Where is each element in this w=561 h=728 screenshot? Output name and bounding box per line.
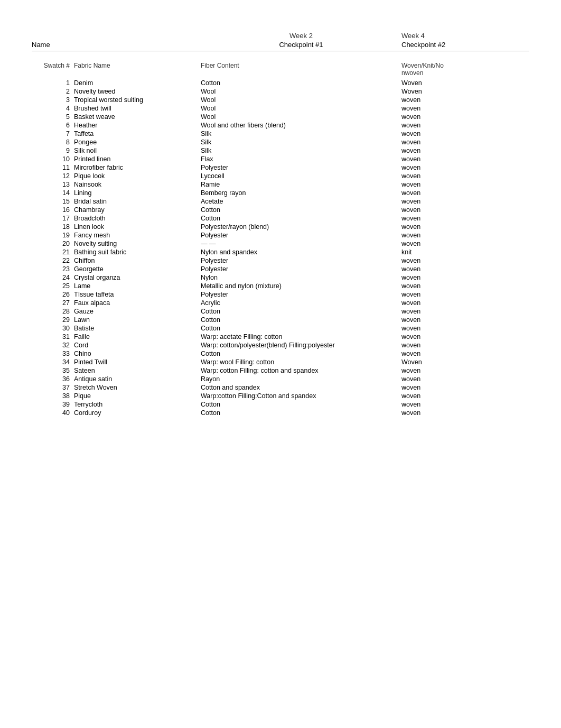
table-row: 9Silk noilSilkwoven	[32, 146, 529, 155]
woven-value: woven	[401, 409, 529, 417]
fiber-content: Silk	[201, 147, 401, 154]
woven-value: woven	[401, 291, 529, 298]
table-row: 28GauzeCottonwoven	[32, 307, 529, 316]
fiber-content: Flax	[201, 155, 401, 163]
table-row: 24Crystal organzaNylonwoven	[32, 273, 529, 282]
fiber-content: Wool	[201, 113, 401, 121]
table-row: 14LiningBemberg rayonwoven	[32, 189, 529, 197]
fiber-content: Cotton	[201, 206, 401, 214]
woven-value: woven	[401, 282, 529, 290]
fabric-name: Pique look	[74, 172, 201, 180]
swatch-number: 32	[32, 342, 74, 349]
swatch-number: 2	[32, 88, 74, 95]
table-row: 30BatisteCottonwoven	[32, 324, 529, 333]
table-row: 10Printed linenFlaxwoven	[32, 155, 529, 163]
table-row: 11Mircrofiber fabricPolyesterwoven	[32, 163, 529, 172]
fiber-content: Nylon	[201, 274, 401, 281]
table-row: 21Bathing suit fabricNylon and spandexkn…	[32, 248, 529, 256]
swatch-number: 5	[32, 113, 74, 121]
fabric-name: Chiffon	[74, 257, 201, 264]
swatch-number: 12	[32, 172, 74, 180]
table-row: 26TIssue taffetaPolyesterwoven	[32, 290, 529, 299]
swatch-number: 30	[32, 325, 74, 332]
woven-value: woven	[401, 367, 529, 374]
fabric-name: Denim	[74, 79, 201, 87]
woven-value: woven	[401, 240, 529, 247]
fiber-content: Warp: cotton Filling: cotton and spandex	[201, 367, 401, 374]
checkpoint1-header: Checkpoint #1	[201, 41, 401, 49]
fabric-name: Lawn	[74, 316, 201, 324]
table-row: 37Stretch WovenCotton and spandexwoven	[32, 383, 529, 392]
fiber-content: Ramie	[201, 181, 401, 188]
table-row: 2Novelty tweedWoolWoven	[32, 87, 529, 96]
table-row: 32CordWarp: cotton/polyester(blend) Fill…	[32, 341, 529, 349]
woven-column-label: Woven/Knit/Nonwoven	[401, 62, 529, 77]
fabric-name: Brushed twill	[74, 105, 201, 112]
fabric-name: Linen look	[74, 223, 201, 231]
column-subheader-row: Swatch # Fabric Name Fiber Content Woven…	[32, 62, 529, 77]
fiber-content: Wool and other fibers (blend)	[201, 122, 401, 129]
woven-value: woven	[401, 384, 529, 391]
woven-value: woven	[401, 181, 529, 188]
table-row: 7TaffetaSilkwoven	[32, 130, 529, 138]
swatch-number: 25	[32, 282, 74, 290]
table-row: 31FailleWarp: acetate Filling: cottonwov…	[32, 333, 529, 341]
woven-value: woven	[401, 198, 529, 205]
table-row: 36Antique satinRayonwoven	[32, 375, 529, 383]
fiber-content: Metallic and nylon (mixture)	[201, 282, 401, 290]
fabric-name: Bridal satin	[74, 198, 201, 205]
fabric-name: Bathing suit fabric	[74, 248, 201, 256]
fiber-content: Cotton	[201, 350, 401, 357]
table-row: 5Basket weaveWoolwoven	[32, 113, 529, 121]
table-row: 38PiqueWarp:cotton Filling:Cotton and sp…	[32, 392, 529, 400]
swatch-number: 8	[32, 139, 74, 146]
fiber-content: Polyester	[201, 164, 401, 171]
page-container: Week 2 Week 4 Name Checkpoint #1 Checkpo…	[32, 21, 529, 417]
fabric-name: Printed linen	[74, 155, 201, 163]
fabric-name: Antique satin	[74, 375, 201, 383]
fiber-content: Warp: wool Filling: cotton	[201, 358, 401, 366]
fiber-content: Acrylic	[201, 299, 401, 307]
swatch-number: 38	[32, 392, 74, 400]
swatch-number: 26	[32, 291, 74, 298]
swatch-number: 17	[32, 215, 74, 222]
woven-value: woven	[401, 172, 529, 180]
fiber-content: Wool	[201, 96, 401, 104]
woven-value: woven	[401, 308, 529, 315]
fabric-name: Chambray	[74, 206, 201, 214]
woven-value: Woven	[401, 358, 529, 366]
fabric-name: Silk noil	[74, 147, 201, 154]
woven-value: woven	[401, 401, 529, 408]
fiber-content: Polyester	[201, 257, 401, 264]
woven-value: woven	[401, 274, 529, 281]
fabric-name: Faille	[74, 333, 201, 340]
woven-value: woven	[401, 130, 529, 137]
fiber-column-label: Fiber Content	[201, 62, 401, 69]
swatch-number: 33	[32, 350, 74, 357]
table-row: 22ChiffonPolyesterwoven	[32, 256, 529, 265]
fabric-name: Gauze	[74, 308, 201, 315]
table-row: 40CorduroyCottonwoven	[32, 409, 529, 417]
table-row: 17BroadclothCottonwoven	[32, 214, 529, 223]
fabric-name: Pongee	[74, 139, 201, 146]
fiber-content: Cotton	[201, 401, 401, 408]
table-row: 25LameMetallic and nylon (mixture)woven	[32, 282, 529, 290]
swatch-number: 14	[32, 189, 74, 197]
swatch-number: 39	[32, 401, 74, 408]
table-row: 8PongeeSilkwoven	[32, 138, 529, 146]
name-label: Name	[32, 41, 74, 49]
table-row: 16ChambrayCottonwoven	[32, 206, 529, 214]
swatch-number: 21	[32, 248, 74, 256]
table-row: 20Novelty suiting— —woven	[32, 239, 529, 248]
fiber-content: Silk	[201, 130, 401, 137]
fabric-name: Pique	[74, 392, 201, 400]
fiber-content: Cotton	[201, 308, 401, 315]
swatch-number: 6	[32, 122, 74, 129]
table-row: 19Fancy meshPolyesterwoven	[32, 231, 529, 239]
checkpoint2-header: Checkpoint #2	[401, 41, 529, 49]
table-row: 3Tropical worsted suitingWoolwoven	[32, 96, 529, 104]
swatch-number: 13	[32, 181, 74, 188]
fabric-name: Crystal organza	[74, 274, 201, 281]
fabric-name: Terrycloth	[74, 401, 201, 408]
table-row: 13NainsookRamiewoven	[32, 180, 529, 189]
